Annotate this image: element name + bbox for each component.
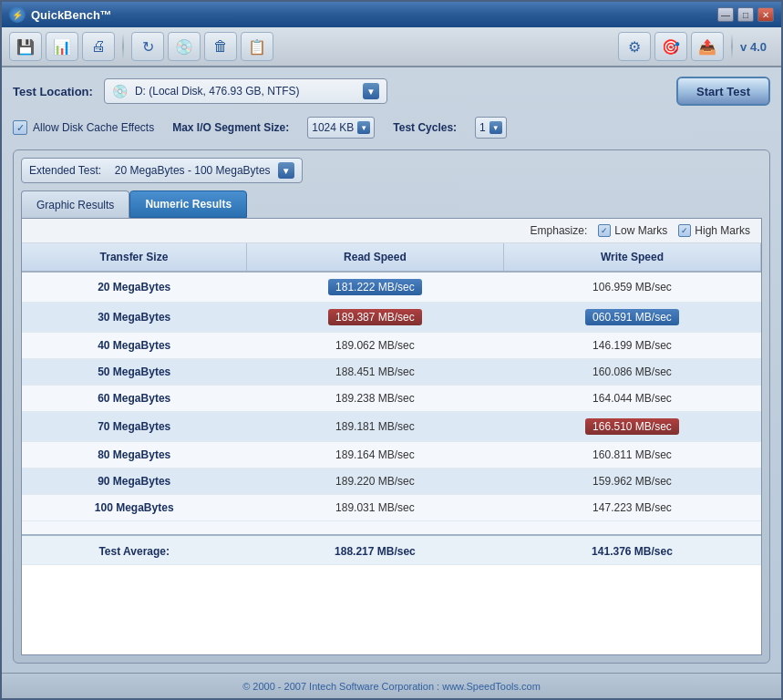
table-container: Emphasize: ✓ Low Marks ✓ High Marks Tran… bbox=[21, 218, 762, 655]
cell-write: 160.811 MB/sec bbox=[503, 442, 760, 468]
chart-button[interactable]: 📊 bbox=[46, 32, 78, 61]
cell-read: 189.031 MB/sec bbox=[246, 495, 503, 521]
cell-read: 189.238 MB/sec bbox=[246, 386, 503, 412]
cell-write: 166.510 MB/sec bbox=[503, 412, 760, 442]
toolbar: 💾 📊 🖨 ↻ 💿 🗑 📋 ⚙ 🎯 📤 v 4.0 bbox=[2, 27, 781, 67]
cell-size: 40 MegaBytes bbox=[22, 333, 246, 359]
main-window: ⚡ QuickBench™ — □ ✕ 💾 📊 🖨 ↻ 💿 🗑 📋 ⚙ 🎯 📤 … bbox=[0, 0, 783, 700]
table-row: 70 MegaBytes189.181 MB/sec166.510 MB/sec bbox=[22, 412, 761, 442]
cell-write: 160.086 MB/sec bbox=[503, 359, 760, 386]
cell-size: 60 MegaBytes bbox=[22, 386, 246, 412]
cell-write: 146.199 MB/sec bbox=[503, 333, 760, 359]
table-row: 60 MegaBytes189.238 MB/sec164.044 MB/sec bbox=[22, 386, 761, 412]
col-header-size: Transfer Size bbox=[22, 243, 246, 272]
app-title: QuickBench™ bbox=[31, 8, 112, 22]
close-button[interactable]: ✕ bbox=[757, 7, 774, 22]
toolbar-separator-2 bbox=[731, 34, 733, 59]
cell-size: 90 MegaBytes bbox=[22, 468, 246, 495]
write-highlight-red: 166.510 MB/sec bbox=[585, 418, 679, 435]
cell-read: 189.387 MB/sec bbox=[246, 303, 503, 333]
cell-write: 164.044 MB/sec bbox=[503, 386, 760, 412]
low-marks-group: ✓ Low Marks bbox=[598, 224, 667, 237]
main-panel: Extended Test: 20 MegaBytes - 100 MegaBy… bbox=[13, 149, 770, 664]
table-row: 20 MegaBytes181.222 MB/sec106.959 MB/sec bbox=[22, 272, 761, 303]
average-read: 188.217 MB/sec bbox=[246, 535, 503, 565]
write-highlight-blue: 060.591 MB/sec bbox=[585, 309, 679, 325]
cell-read: 189.062 MB/sec bbox=[246, 333, 503, 359]
title-bar: ⚡ QuickBench™ — □ ✕ bbox=[2, 2, 781, 27]
content-area: Test Location: 💿 D: (Local Disk, 476.93 … bbox=[2, 67, 781, 673]
cell-size: 100 MegaBytes bbox=[22, 495, 246, 521]
cell-write: 106.959 MB/sec bbox=[503, 272, 760, 303]
max-io-label: Max I/O Segment Size: bbox=[172, 121, 289, 134]
disk-cache-group: ✓ Allow Disk Cache Effects bbox=[13, 120, 154, 135]
table-row: 80 MegaBytes189.164 MB/sec160.811 MB/sec bbox=[22, 442, 761, 468]
tab-numeric-results[interactable]: Numeric Results bbox=[129, 190, 247, 218]
location-dropdown-arrow: ▼ bbox=[363, 83, 379, 99]
cell-size: 80 MegaBytes bbox=[22, 442, 246, 468]
footer: © 2000 - 2007 Intech Software Corporatio… bbox=[2, 673, 781, 698]
window-controls: — □ ✕ bbox=[717, 7, 774, 22]
toolbar-separator-1 bbox=[122, 34, 124, 59]
low-marks-checkbox[interactable]: ✓ bbox=[598, 224, 611, 237]
maximize-button[interactable]: □ bbox=[737, 7, 754, 22]
tabs-row: Graphic Results Numeric Results bbox=[21, 190, 762, 218]
cell-size: 30 MegaBytes bbox=[22, 303, 246, 333]
cell-read: 189.220 MB/sec bbox=[246, 468, 503, 495]
high-marks-group: ✓ High Marks bbox=[678, 224, 750, 237]
average-row: Test Average: 188.217 MB/sec 141.376 MB/… bbox=[22, 535, 761, 565]
title-bar-left: ⚡ QuickBench™ bbox=[9, 6, 112, 23]
test-cycles-arrow: ▼ bbox=[489, 121, 502, 134]
average-label: Test Average: bbox=[22, 535, 246, 565]
location-select[interactable]: 💿 D: (Local Disk, 476.93 GB, NTFS) ▼ bbox=[104, 78, 387, 104]
max-io-select[interactable]: 1024 KB ▼ bbox=[307, 117, 375, 139]
table-row: 90 MegaBytes189.220 MB/sec159.962 MB/sec bbox=[22, 468, 761, 495]
read-highlight-blue: 181.222 MB/sec bbox=[328, 279, 422, 295]
test-cycles-select[interactable]: 1 ▼ bbox=[475, 117, 507, 139]
low-marks-label: Low Marks bbox=[614, 224, 667, 237]
print-button[interactable]: 🖨 bbox=[82, 32, 115, 61]
cell-size: 70 MegaBytes bbox=[22, 412, 246, 442]
minimize-button[interactable]: — bbox=[717, 7, 734, 22]
spacer-row bbox=[22, 521, 761, 536]
info-button[interactable]: 📋 bbox=[241, 32, 273, 61]
extended-test-row: Extended Test: 20 MegaBytes - 100 MegaBy… bbox=[21, 158, 762, 183]
settings-button[interactable]: ⚙ bbox=[618, 32, 651, 61]
cell-size: 50 MegaBytes bbox=[22, 359, 246, 386]
high-marks-checkbox[interactable]: ✓ bbox=[678, 224, 691, 237]
cell-write: 060.591 MB/sec bbox=[503, 303, 760, 333]
allow-disk-cache-checkbox[interactable]: ✓ bbox=[13, 120, 27, 135]
cell-read: 181.222 MB/sec bbox=[246, 272, 503, 303]
test-location-row: Test Location: 💿 D: (Local Disk, 476.93 … bbox=[13, 77, 770, 106]
save-button[interactable]: 💾 bbox=[9, 32, 42, 61]
extended-test-value: 20 MegaBytes - 100 MegaBytes bbox=[115, 164, 271, 177]
extended-test-arrow: ▼ bbox=[278, 162, 294, 179]
export-button[interactable]: 📤 bbox=[691, 32, 724, 61]
refresh-button[interactable]: ↻ bbox=[131, 32, 164, 61]
table-row: 50 MegaBytes188.451 MB/sec160.086 MB/sec bbox=[22, 359, 761, 386]
delete-button[interactable]: 🗑 bbox=[204, 32, 237, 61]
cell-write: 147.223 MB/sec bbox=[503, 495, 760, 521]
table-row: 40 MegaBytes189.062 MB/sec146.199 MB/sec bbox=[22, 333, 761, 359]
high-marks-label: High Marks bbox=[695, 224, 750, 237]
allow-disk-cache-label: Allow Disk Cache Effects bbox=[33, 121, 154, 134]
tab-graphic-results[interactable]: Graphic Results bbox=[21, 190, 129, 218]
extended-test-select[interactable]: Extended Test: 20 MegaBytes - 100 MegaBy… bbox=[21, 158, 303, 183]
options-row: ✓ Allow Disk Cache Effects Max I/O Segme… bbox=[13, 113, 770, 142]
start-test-button[interactable]: Start Test bbox=[676, 77, 770, 106]
table-row: 30 MegaBytes189.387 MB/sec060.591 MB/sec bbox=[22, 303, 761, 333]
targets-button[interactable]: 🎯 bbox=[654, 32, 687, 61]
emphasize-label: Emphasize: bbox=[531, 224, 588, 237]
col-header-read: Read Speed bbox=[246, 243, 503, 272]
cell-read: 189.181 MB/sec bbox=[246, 412, 503, 442]
footer-text: © 2000 - 2007 Intech Software Corporatio… bbox=[242, 681, 541, 692]
max-io-arrow: ▼ bbox=[357, 121, 370, 134]
read-highlight-red: 189.387 MB/sec bbox=[328, 309, 422, 325]
app-icon: ⚡ bbox=[9, 6, 26, 23]
results-table: Transfer Size Read Speed Write Speed 20 … bbox=[22, 243, 761, 565]
extended-test-label: Extended Test: bbox=[29, 164, 108, 177]
disk-button[interactable]: 💿 bbox=[168, 32, 201, 61]
location-select-value: D: (Local Disk, 476.93 GB, NTFS) bbox=[135, 85, 355, 98]
version-label: v 4.0 bbox=[740, 40, 767, 54]
test-cycles-value: 1 bbox=[479, 121, 486, 134]
